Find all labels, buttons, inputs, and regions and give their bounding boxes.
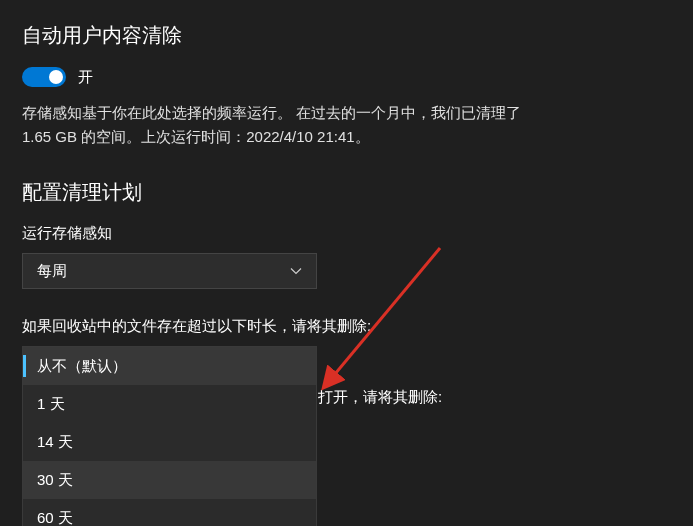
section-title-auto-cleanup: 自动用户内容清除 <box>22 22 671 49</box>
recycle-bin-dropdown-list: 从不（默认） 1 天 14 天 30 天 60 天 <box>22 346 317 526</box>
section-title-schedule: 配置清理计划 <box>22 179 671 206</box>
toggle-knob <box>49 70 63 84</box>
description-text: 存储感知基于你在此处选择的频率运行。 在过去的一个月中，我们已清理了 1.65 … <box>22 101 522 149</box>
dropdown-option-1day[interactable]: 1 天 <box>23 385 316 423</box>
recycle-bin-group: 如果回收站中的文件存在超过以下时长，请将其删除: 从不（默认） 1 天 14 天… <box>22 317 671 382</box>
recycle-bin-label: 如果回收站中的文件存在超过以下时长，请将其删除: <box>22 317 671 336</box>
toggle-switch[interactable] <box>22 67 66 87</box>
run-frequency-group: 运行存储感知 每周 <box>22 224 671 289</box>
dropdown-option-14days[interactable]: 14 天 <box>23 423 316 461</box>
dropdown-option-30days[interactable]: 30 天 <box>23 461 316 499</box>
chevron-down-icon <box>290 265 302 277</box>
run-frequency-label: 运行存储感知 <box>22 224 671 243</box>
partially-hidden-label: 打开，请将其删除: <box>318 388 442 407</box>
run-frequency-value: 每周 <box>37 262 67 281</box>
run-frequency-select[interactable]: 每周 <box>22 253 317 289</box>
toggle-row: 开 <box>22 67 671 87</box>
toggle-state-label: 开 <box>78 68 93 87</box>
dropdown-option-never[interactable]: 从不（默认） <box>23 347 316 385</box>
recycle-bin-select-container: 从不（默认） 1 天 14 天 30 天 60 天 <box>22 346 671 382</box>
dropdown-option-60days[interactable]: 60 天 <box>23 499 316 526</box>
